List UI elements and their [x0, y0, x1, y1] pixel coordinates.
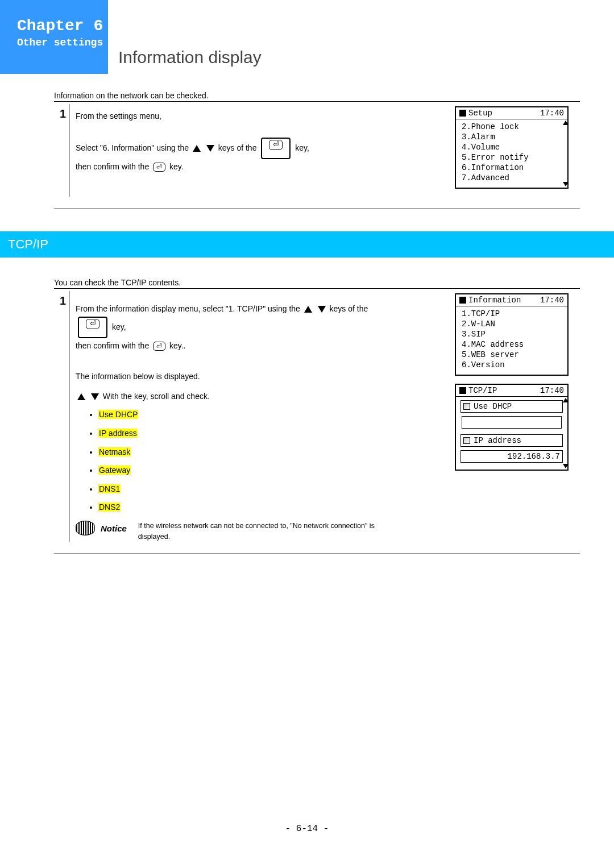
notice-icon: [76, 521, 95, 535]
ip-address-value: 192.168.3.7: [460, 450, 563, 463]
tcpip-line-a: From the information display menu, selec…: [76, 301, 447, 317]
step-number: 1: [54, 291, 70, 542]
notice-row: Notice If the wireless network can not b…: [76, 521, 447, 542]
page-footer: - 6-14 -: [0, 824, 614, 834]
tcpip-field-item: DNS2: [98, 500, 447, 515]
screen-menu-item: 2.Phone lock: [462, 122, 562, 132]
dpad-key-icon: [261, 138, 291, 159]
setup-screen: Setup 17:40 2.Phone lock3.Alarm4.Volume5…: [455, 106, 569, 189]
screen-menu-item: 3.SIP: [462, 329, 562, 339]
tcpip-intro: You can check the TCP/IP contents.: [54, 278, 580, 289]
page-title: Information display: [118, 48, 262, 67]
scroll-down-icon: [563, 464, 569, 468]
step-line-a: From the settings menu,: [76, 109, 447, 124]
chapter-subtitle: Other settings: [17, 37, 108, 48]
screen-menu-item: 1.TCP/IP: [462, 309, 562, 319]
notice-text: If the wireless network can not be conne…: [138, 521, 383, 542]
tcpip-line-c: then confirm with the ⏎ key..: [76, 338, 447, 354]
tcpip-field-item: Netmask: [98, 445, 447, 460]
tcpip-field-item: DNS1: [98, 481, 447, 497]
section-intro: Information on the network can be checke…: [54, 91, 580, 102]
screen-time: 17:40: [540, 386, 564, 395]
dhcp-value-box: [462, 416, 562, 429]
screen-time: 17:40: [540, 296, 564, 305]
notice-label: Notice: [101, 521, 127, 537]
tcpip-line-b: key,: [76, 317, 447, 338]
tcpip-field-item: Gateway: [98, 463, 447, 478]
information-screen: Information 17:40 1.TCP/IP2.W-LAN3.SIP4.…: [455, 293, 569, 376]
scroll-line: With the key, scroll and check.: [76, 389, 447, 404]
down-arrow-icon: [206, 145, 214, 152]
screen-menu-item: 5.WEB server: [462, 350, 562, 360]
ip-address-row: IP address: [460, 434, 563, 447]
screen-menu-item: 7.Advanced: [462, 173, 562, 183]
dpad-key-icon: [78, 317, 107, 338]
screen-title: TCP/IP: [468, 386, 497, 395]
scroll-up-icon: [563, 121, 569, 125]
screen-menu-item: 4.Volume: [462, 142, 562, 152]
enter-key-icon: ⏎: [153, 163, 165, 172]
checkbox-icon: [463, 403, 470, 410]
tcpip-fields-list: Use DHCPIP addressNetmaskGatewayDNS1DNS2: [98, 407, 447, 515]
screen-menu-item: 2.W-LAN: [462, 319, 562, 329]
screen-menu-item: 5.Error notify: [462, 152, 562, 163]
screen-title: Information: [468, 296, 521, 305]
screen-menu-item: 6.Version: [462, 360, 562, 370]
down-arrow-icon: [91, 393, 99, 400]
use-dhcp-row: Use DHCP: [460, 400, 563, 413]
chapter-number: Chapter 6: [17, 17, 108, 35]
step-body: From the settings menu, Select "6. Infor…: [70, 104, 455, 197]
scroll-up-icon: [563, 398, 569, 402]
tcpip-step-body: From the information display menu, selec…: [70, 291, 455, 542]
screen-title: Setup: [468, 109, 492, 118]
up-arrow-icon: [193, 145, 201, 152]
tcpip-field-item: IP address: [98, 426, 447, 441]
screen-menu-item: 3.Alarm: [462, 132, 562, 142]
down-arrow-icon: [318, 306, 326, 313]
enter-key-icon: ⏎: [153, 342, 165, 351]
step-line-b: Select "6. Information" using the keys o…: [76, 138, 447, 159]
step-1-row: 1 From the settings menu, Select "6. Inf…: [54, 104, 580, 209]
screen-menu-item: 4.MAC address: [462, 339, 562, 350]
scroll-down-icon: [563, 182, 569, 186]
screen-menu-item: 6.Information: [462, 163, 562, 173]
up-arrow-icon: [304, 306, 312, 313]
up-arrow-icon: [77, 393, 85, 400]
chapter-header: Chapter 6 Other settings: [0, 0, 108, 74]
tcpip-screen: TCP/IP 17:40 Use DHCP IP address 19: [455, 384, 569, 471]
step-line-c: then confirm with the ⏎ key.: [76, 159, 447, 175]
tcpip-field-item: Use DHCP: [98, 407, 447, 422]
screen-time: 17:40: [540, 109, 564, 118]
tcpip-step-row: 1 From the information display menu, sel…: [54, 291, 580, 554]
display-line: The information below is displayed.: [76, 369, 447, 384]
tcpip-section-bar: TCP/IP: [0, 231, 614, 258]
step-number: 1: [54, 104, 70, 197]
checkbox-icon: [463, 437, 470, 444]
